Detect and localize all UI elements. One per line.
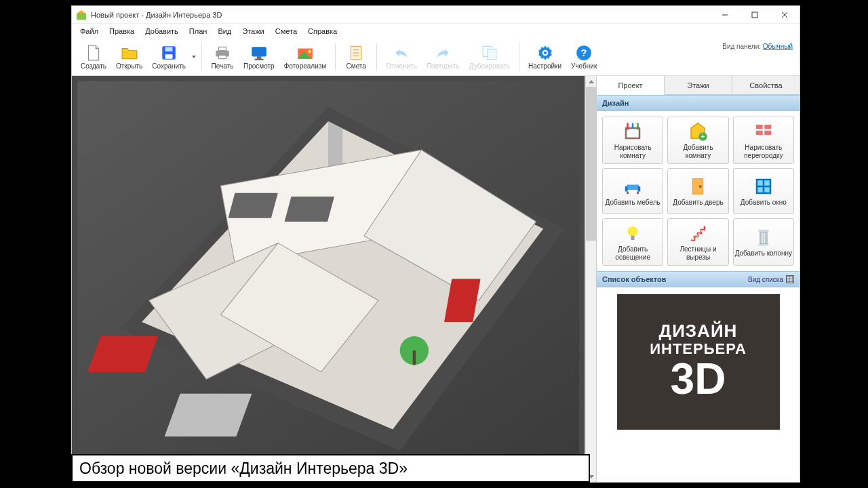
caption-text: Обзор новой версии «Дизайн Интерьера 3D» xyxy=(79,460,408,478)
svg-rect-59 xyxy=(637,191,639,194)
video-caption: Обзор новой версии «Дизайн Интерьера 3D» xyxy=(71,454,590,483)
panel-mode-link[interactable]: Обычный xyxy=(763,43,793,50)
grid-view-icon[interactable] xyxy=(786,275,794,283)
design-section-header: Дизайн xyxy=(597,95,800,111)
panel-mode: Вид панели: Обычный xyxy=(722,43,793,50)
svg-rect-52 xyxy=(756,125,763,129)
svg-point-65 xyxy=(628,226,638,237)
add-window-button[interactable]: Добавить окно xyxy=(733,168,794,214)
print-button[interactable]: Печать xyxy=(206,42,239,72)
svg-rect-0 xyxy=(77,14,86,20)
save-button[interactable]: Сохранить xyxy=(147,42,191,72)
undo-icon xyxy=(393,44,410,62)
separator xyxy=(335,43,336,71)
create-button[interactable]: Создать xyxy=(76,42,111,72)
menu-plan[interactable]: План xyxy=(184,25,213,37)
svg-rect-41 xyxy=(285,197,334,222)
add-furniture-button[interactable]: Добавить мебель xyxy=(602,168,663,214)
object-list-area: ДИЗАЙН ИНТЕРЬЕРА 3D xyxy=(597,287,800,482)
panel-mode-label: Вид панели: xyxy=(722,43,761,50)
svg-point-17 xyxy=(308,50,311,53)
menu-view[interactable]: Вид xyxy=(212,25,237,37)
titlebar: Новый проект - Дизайн Интерьера 3D xyxy=(72,6,800,24)
svg-rect-13 xyxy=(252,47,267,56)
side-panel: Проект Этажи Свойства Дизайн Нарисовать … xyxy=(596,76,800,482)
notepad-icon xyxy=(347,44,365,62)
app-window: Новый проект - Дизайн Интерьера 3D Файл … xyxy=(71,5,800,483)
menu-estimate[interactable]: Смета xyxy=(270,25,302,37)
svg-rect-8 xyxy=(165,54,173,59)
svg-rect-24 xyxy=(488,49,496,60)
separator xyxy=(376,43,377,71)
photorealism-button[interactable]: Фотореализм xyxy=(279,42,332,72)
door-icon xyxy=(688,176,708,197)
add-lighting-button[interactable]: Добавить освещение xyxy=(602,218,663,266)
scroll-up-button[interactable] xyxy=(586,76,596,87)
svg-rect-40 xyxy=(228,193,277,218)
stairs-cutouts-button[interactable]: Лестницы и вырезы xyxy=(667,218,728,266)
menubar: Файл Правка Добавить План Вид Этажи Смет… xyxy=(72,24,800,39)
settings-button[interactable]: Настройки xyxy=(524,42,566,72)
add-room-button[interactable]: + Добавить комнату xyxy=(667,117,728,164)
minimize-button[interactable] xyxy=(710,6,740,24)
open-button[interactable]: Открыть xyxy=(111,42,147,72)
floorplan-illustration xyxy=(77,81,579,476)
close-button[interactable] xyxy=(770,6,800,24)
redo-icon xyxy=(434,44,452,62)
scroll-thumb[interactable] xyxy=(586,87,596,241)
tab-properties[interactable]: Свойства xyxy=(732,76,800,94)
design-grid: Нарисовать комнату + Добавить комнату На… xyxy=(597,111,800,271)
svg-rect-14 xyxy=(257,56,262,58)
draw-partition-button[interactable]: Нарисовать перегородку xyxy=(733,117,794,164)
scroll-track[interactable] xyxy=(586,87,596,471)
view-list-link[interactable]: Вид списка xyxy=(748,276,783,283)
svg-rect-43 xyxy=(413,350,416,365)
menu-edit[interactable]: Правка xyxy=(104,25,140,37)
svg-rect-57 xyxy=(638,186,641,192)
svg-text:+: + xyxy=(701,133,705,140)
tab-project[interactable]: Проект xyxy=(597,76,665,95)
svg-rect-15 xyxy=(254,59,263,60)
object-list-header: Список объектов Вид списка xyxy=(597,271,800,287)
redo-button[interactable]: Повторить xyxy=(422,42,465,72)
svg-rect-12 xyxy=(219,55,226,58)
menu-floors[interactable]: Этажи xyxy=(237,25,269,37)
monitor-icon xyxy=(250,44,268,62)
column-icon xyxy=(753,227,774,247)
duplicate-icon xyxy=(481,44,498,62)
viewport-scrollbar[interactable] xyxy=(585,76,596,482)
add-room-icon: + xyxy=(688,121,708,142)
duplicate-button[interactable]: Дублировать xyxy=(465,42,515,72)
partition-icon xyxy=(753,121,774,142)
menu-help[interactable]: Справка xyxy=(302,25,342,37)
maximize-button[interactable] xyxy=(740,6,770,24)
menu-add[interactable]: Добавить xyxy=(140,25,184,37)
stairs-icon xyxy=(688,223,708,243)
photorealism-icon xyxy=(296,44,314,62)
svg-text:?: ? xyxy=(581,47,587,58)
add-door-button[interactable]: Добавить дверь xyxy=(667,168,728,214)
svg-rect-58 xyxy=(627,191,629,194)
menu-file[interactable]: Файл xyxy=(75,25,104,37)
tab-floors[interactable]: Этажи xyxy=(665,76,732,94)
app-logo: ДИЗАЙН ИНТЕРЬЕРА 3D xyxy=(617,294,780,430)
folder-open-icon xyxy=(121,44,138,62)
window-icon xyxy=(753,176,774,197)
svg-marker-1 xyxy=(77,10,86,14)
viewport-3d[interactable] xyxy=(72,76,585,482)
svg-point-27 xyxy=(543,52,546,54)
estimate-button[interactable]: Смета xyxy=(340,42,372,72)
svg-rect-54 xyxy=(756,131,763,135)
undo-button[interactable]: Отменить xyxy=(381,42,422,72)
draw-room-button[interactable]: Нарисовать комнату xyxy=(602,117,663,164)
side-tabs: Проект Этажи Свойства xyxy=(597,76,800,95)
preview-button[interactable]: Просмотр xyxy=(239,42,279,72)
body: Проект Этажи Свойства Дизайн Нарисовать … xyxy=(72,76,800,482)
add-column-button[interactable]: Добавить колонну xyxy=(733,218,794,266)
app-icon xyxy=(76,9,87,20)
save-dropdown[interactable] xyxy=(191,40,197,74)
toolbar: Создать Открыть Сохранить Печать Просмот… xyxy=(72,39,800,76)
window-controls xyxy=(710,6,800,24)
floorplan-render xyxy=(77,81,579,476)
help-button[interactable]: ? Учебник xyxy=(566,42,601,72)
